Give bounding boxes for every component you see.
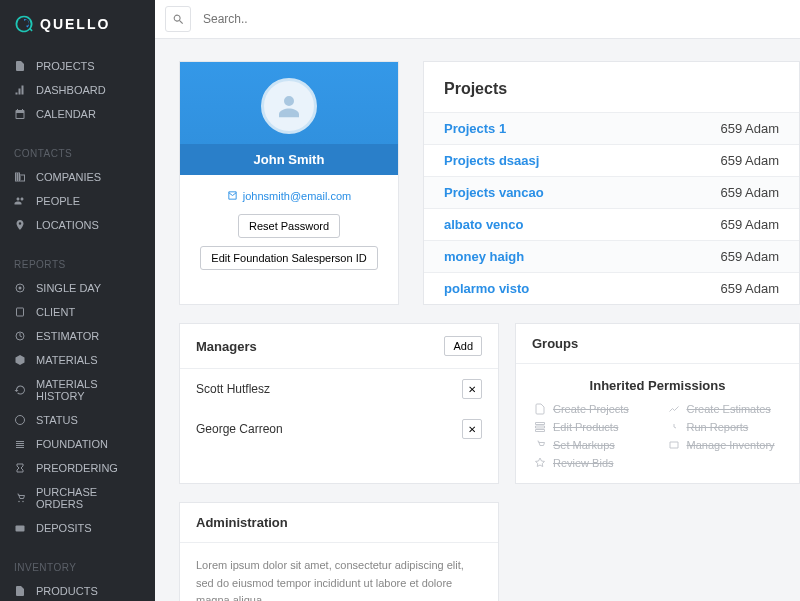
sidebar-item-dashboard[interactable]: DASHBOARD	[0, 78, 155, 102]
topbar	[155, 0, 800, 39]
sidebar-item-people[interactable]: PEOPLE	[0, 189, 155, 213]
svg-point-4	[16, 416, 25, 425]
permission-icon	[534, 421, 546, 433]
svg-point-6	[22, 501, 24, 503]
project-row[interactable]: polarmo visto659 Adam	[424, 272, 799, 304]
sidebar-item-foundation[interactable]: FOUNDATION	[0, 432, 155, 456]
permission-item: Set Markups	[534, 439, 648, 451]
project-address: 659 Adam	[720, 153, 779, 168]
project-name[interactable]: Projects dsaasj	[444, 153, 539, 168]
sidebar-item-estimator[interactable]: ESTIMATOR	[0, 324, 155, 348]
remove-manager-button[interactable]: ✕	[462, 419, 482, 439]
project-name[interactable]: albato venco	[444, 217, 523, 232]
admin-title: Administration	[196, 515, 288, 530]
manager-row: Scott Hutflesz✕	[180, 369, 498, 409]
sidebar-item-purchase-orders[interactable]: PURCHASE ORDERS	[0, 480, 155, 516]
project-name[interactable]: money haigh	[444, 249, 524, 264]
svg-point-1	[19, 287, 22, 290]
project-name[interactable]: polarmo visto	[444, 281, 529, 296]
permission-item: Review Bids	[534, 457, 648, 469]
sidebar-item-materials[interactable]: MATERIALS	[0, 348, 155, 372]
permission-item: Create Projects	[534, 403, 648, 415]
add-manager-button[interactable]: Add	[444, 336, 482, 356]
logo: QUELLO	[0, 0, 155, 48]
logo-icon	[14, 14, 34, 34]
search-input[interactable]	[199, 6, 790, 32]
profile-email[interactable]: johnsmith@email.com	[227, 190, 351, 202]
nav-heading-contacts: CONTACTS	[0, 138, 155, 165]
permission-icon	[534, 403, 546, 415]
permission-icon	[668, 421, 680, 433]
avatar	[261, 78, 317, 134]
manager-row: George Carreon✕	[180, 409, 498, 449]
project-address: 659 Adam	[720, 185, 779, 200]
nav-heading-reports: REPORTS	[0, 249, 155, 276]
project-address: 659 Adam	[720, 281, 779, 296]
sidebar-item-preordering[interactable]: PREORDERING	[0, 456, 155, 480]
admin-body: Lorem ipsum dolor sit amet, consectetur …	[180, 543, 498, 601]
sidebar-item-calendar[interactable]: CALENDAR	[0, 102, 155, 126]
nav-heading-inventory: INVENTORY	[0, 552, 155, 579]
svg-rect-2	[17, 308, 24, 316]
permission-icon	[668, 403, 680, 415]
permission-item: Edit Products	[534, 421, 648, 433]
sidebar: QUELLO PROJECTS DASHBOARD CALENDAR CONTA…	[0, 0, 155, 601]
project-address: 659 Adam	[720, 217, 779, 232]
brand-text: QUELLO	[40, 16, 110, 32]
inherited-permissions-title: Inherited Permissions	[534, 378, 781, 393]
sidebar-item-singleday[interactable]: SINGLE DAY	[0, 276, 155, 300]
project-row[interactable]: albato venco659 Adam	[424, 208, 799, 240]
manager-name: George Carreon	[196, 422, 283, 436]
permission-item: Create Estimates	[668, 403, 782, 415]
permission-icon	[668, 439, 680, 451]
mail-icon	[227, 190, 238, 201]
sidebar-item-locations[interactable]: LOCATIONS	[0, 213, 155, 237]
project-address: 659 Adam	[720, 121, 779, 136]
sidebar-item-deposits[interactable]: DEPOSITS	[0, 516, 155, 540]
project-address: 659 Adam	[720, 249, 779, 264]
remove-manager-button[interactable]: ✕	[462, 379, 482, 399]
manager-name: Scott Hutflesz	[196, 382, 270, 396]
sidebar-item-materials-history[interactable]: MATERIALS HISTORY	[0, 372, 155, 408]
project-row[interactable]: Projects dsaasj659 Adam	[424, 144, 799, 176]
sidebar-item-client[interactable]: CLIENT	[0, 300, 155, 324]
project-row[interactable]: Projects vancao659 Adam	[424, 176, 799, 208]
sidebar-item-companies[interactable]: COMPANIES	[0, 165, 155, 189]
profile-card: John Smith johnsmith@email.com Reset Pas…	[179, 61, 399, 305]
sidebar-item-status[interactable]: STATUS	[0, 408, 155, 432]
edit-salesperson-id-button[interactable]: Edit Foundation Salesperson ID	[200, 246, 377, 270]
permission-icon	[534, 439, 546, 451]
project-name[interactable]: Projects vancao	[444, 185, 544, 200]
managers-title: Managers	[196, 339, 257, 354]
svg-point-5	[18, 501, 20, 503]
permission-item: Manage Inventory	[668, 439, 782, 451]
sidebar-item-products[interactable]: PRODUCTS	[0, 579, 155, 601]
projects-title: Projects	[424, 62, 799, 112]
project-name[interactable]: Projects 1	[444, 121, 506, 136]
reset-password-button[interactable]: Reset Password	[238, 214, 340, 238]
project-row[interactable]: Projects 1659 Adam	[424, 112, 799, 144]
permission-item: Run Reports	[668, 421, 782, 433]
groups-title: Groups	[532, 336, 578, 351]
groups-card: Groups Inherited Permissions Create Proj…	[515, 323, 800, 484]
permission-icon	[534, 457, 546, 469]
profile-name: John Smith	[180, 144, 398, 175]
managers-card: Managers Add Scott Hutflesz✕George Carre…	[179, 323, 499, 484]
project-row[interactable]: money haigh659 Adam	[424, 240, 799, 272]
svg-rect-7	[16, 526, 25, 532]
sidebar-item-projects[interactable]: PROJECTS	[0, 54, 155, 78]
projects-panel: Projects Projects 1659 AdamProjects dsaa…	[423, 61, 800, 305]
administration-card: Administration Lorem ipsum dolor sit ame…	[179, 502, 499, 601]
search-icon[interactable]	[165, 6, 191, 32]
